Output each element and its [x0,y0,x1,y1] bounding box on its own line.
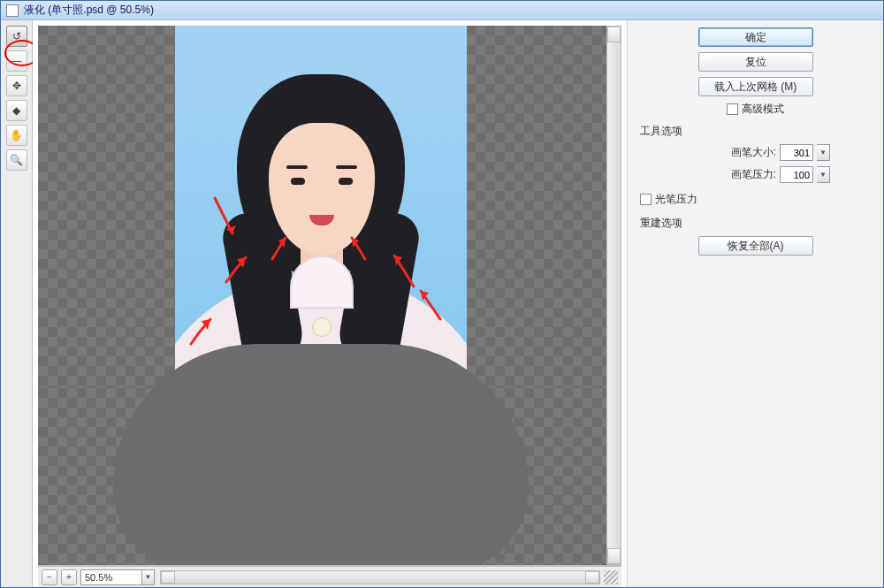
zoom-out-button[interactable]: − [42,569,57,585]
reconstruct-tool[interactable]: — [6,50,27,72]
tool-options-section-label: 工具选项 [640,124,871,139]
annotation-arrow [184,309,219,355]
annotation-arrow [210,194,246,249]
zoom-icon: 🔍 [10,154,23,166]
hand-tool[interactable]: ✋ [6,125,27,146]
titlebar[interactable]: 液化 (单寸照.psd @ 50.5%) [1,1,883,20]
brush-pressure-input[interactable] [780,166,813,183]
zoom-in-button[interactable]: + [61,569,77,585]
app-icon [6,4,19,17]
brush-size-input[interactable] [780,144,813,161]
bloat-tool[interactable]: ◆ [6,100,27,121]
resize-grip[interactable] [604,570,618,584]
zoom-value: 50.5% [85,572,112,583]
advanced-mode-checkbox[interactable] [727,103,738,115]
zoom-dropdown-button[interactable]: ▼ [142,569,155,585]
reconstruct-icon: — [11,55,22,67]
window-title: 液化 (单寸照.psd @ 50.5%) [24,3,154,18]
pen-pressure-row[interactable]: 光笔压力 [640,192,871,207]
horizontal-scrollbar[interactable] [160,570,600,584]
brush-size-dropdown[interactable]: ▼ [817,144,830,161]
brush-pressure-label: 画笔压力: [731,167,776,182]
forward-warp-tool[interactable]: ↺ [6,26,27,47]
warp-icon: ↺ [12,30,21,42]
bottom-bar: − + 50.5% ▼ [38,566,621,587]
vertical-scrollbar[interactable] [606,26,621,565]
bloat-icon: ◆ [12,104,20,117]
pucker-icon: ✥ [12,80,21,92]
canvas-area: − + 50.5% ▼ [33,20,627,587]
pen-pressure-label: 光笔压力 [655,192,697,207]
annotation-arrow [268,231,294,269]
toolbox: ↺ — ✥ ◆ ✋ 🔍 [1,20,33,587]
brush-size-label: 画笔大小: [731,145,776,160]
options-panel: 确定 复位 载入上次网格 (M) 高级模式 工具选项 画笔大小: ▼ 画笔压力:… [627,20,883,587]
viewport[interactable] [38,26,621,566]
liquify-dialog: 液化 (单寸照.psd @ 50.5%) ↺ — ✥ ◆ ✋ 🔍 [0,0,884,588]
transparency-checker-lower [38,388,606,565]
annotation-arrow [343,231,370,269]
hand-icon: ✋ [10,129,23,141]
pucker-tool[interactable]: ✥ [6,75,27,96]
load-mesh-button[interactable]: 载入上次网格 (M) [698,77,813,96]
reconstruct-options-section-label: 重建选项 [640,216,871,231]
restore-all-button[interactable]: 恢复全部(A) [698,236,813,256]
annotation-arrow [219,247,255,294]
zoom-level-field[interactable]: 50.5% [80,569,142,585]
advanced-mode-label: 高级模式 [742,102,784,117]
annotation-arrow [414,282,449,329]
brush-pressure-row: 画笔压力: ▼ [640,166,871,183]
brush-size-row: 画笔大小: ▼ [640,144,871,161]
document-image [175,26,467,388]
brush-pressure-dropdown[interactable]: ▼ [817,166,830,183]
client-area: ↺ — ✥ ◆ ✋ 🔍 [1,20,883,587]
ok-button[interactable]: 确定 [698,27,813,47]
reset-button[interactable]: 复位 [698,52,813,72]
pen-pressure-checkbox[interactable] [640,194,652,205]
zoom-tool[interactable]: 🔍 [6,149,27,171]
advanced-mode-row[interactable]: 高级模式 [640,102,871,117]
